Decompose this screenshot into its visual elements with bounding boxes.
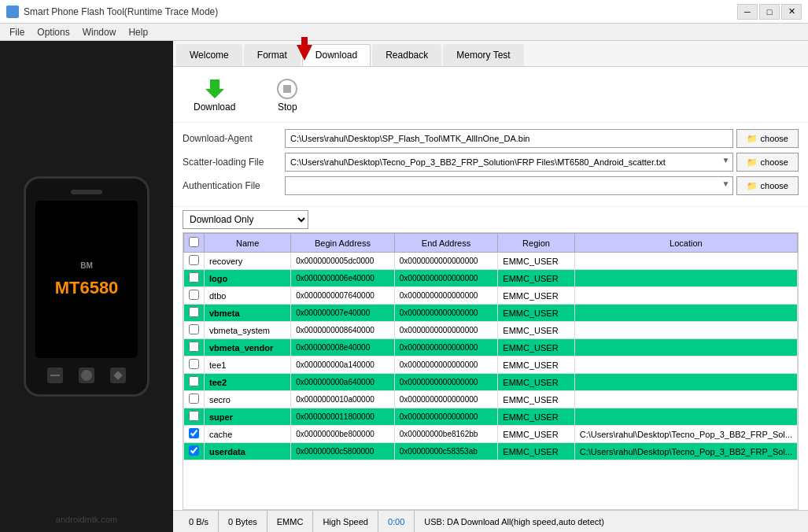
row-begin-addr: 0x0000000008640000 [291,322,395,339]
row-location [574,391,797,408]
row-end-addr: 0x00000000be8162bb [394,426,498,443]
row-location [574,305,797,322]
row-checkbox[interactable] [189,272,199,283]
scatter-input[interactable] [285,153,733,172]
row-checkbox[interactable] [189,393,199,404]
row-region: EMMC_USER [498,287,574,305]
table-row: userdata0x00000000c58000000x00000000c583… [184,443,798,460]
phone-buttons [47,368,126,383]
row-checkbox-cell [184,339,205,357]
stop-icon [275,76,300,102]
choose-auth-label: choose [761,181,788,190]
choose-agent-button[interactable]: 📁 choose [736,129,799,148]
row-checkbox-cell [184,391,205,408]
svg-marker-0 [297,37,312,61]
table-row: cache0x00000000be8000000x00000000be8162b… [184,426,798,443]
row-checkbox[interactable] [189,255,199,265]
mode-select[interactable]: Download Only Firmware Upgrade Format Al… [183,210,308,229]
row-checkbox[interactable] [189,307,199,317]
scatter-dropdown-arrow: ▼ [722,156,730,164]
row-location [574,253,797,270]
phone-panel: BM MT6580 androidmtk.com [0,41,173,532]
row-end-addr: 0x0000000000000000 [394,253,498,270]
content-panel: Welcome Format Download Readback Memory … [173,41,808,532]
stop-button[interactable]: Stop [267,73,308,116]
row-end-addr: 0x0000000000000000 [394,391,498,408]
phone-btn-center [79,368,94,383]
minimize-button[interactable]: ─ [737,4,758,20]
table-row: vbmeta0x000000007e400000x000000000000000… [184,305,798,322]
auth-label: Authentication File [183,180,285,191]
table-row: tee20x000000000a6400000x0000000000000000… [184,374,798,391]
row-begin-addr: 0x0000000010a00000 [291,391,395,408]
auth-input[interactable] [285,176,733,195]
download-icon [202,76,227,102]
menu-window[interactable]: Window [76,25,123,39]
red-arrow [295,37,314,71]
row-end-addr: 0x0000000000000000 [394,339,498,357]
phone-speaker [71,190,102,194]
row-checkbox-cell [184,408,205,426]
row-region: EMMC_USER [498,391,574,408]
choose-auth-button[interactable]: 📁 choose [736,176,799,195]
col-end: End Address [394,234,498,253]
menu-options[interactable]: Options [31,25,76,39]
download-agent-label: Download-Agent [183,133,285,144]
row-checkbox[interactable] [189,359,199,369]
row-location: C:\Users\rahul\Desktop\Tecno_Pop_3_BB2_F… [574,426,797,443]
row-checkbox-cell [184,357,205,374]
row-checkbox[interactable] [189,411,199,421]
row-region: EMMC_USER [498,443,574,460]
row-checkbox[interactable] [189,324,199,334]
tab-welcome[interactable]: Welcome [176,44,242,66]
status-storage: EMMC [267,511,314,532]
close-button[interactable]: ✕ [781,4,802,20]
row-location [574,270,797,287]
choose-scatter-label: choose [761,157,788,167]
col-checkbox [184,234,205,253]
main-layout: BM MT6580 androidmtk.com Wel [0,41,808,532]
choose-agent-label: choose [761,134,788,143]
menu-help[interactable]: Help [122,25,154,39]
row-region: EMMC_USER [498,322,574,339]
row-checkbox[interactable] [189,290,199,300]
table-scroll[interactable]: Name Begin Address End Address Region Lo… [183,233,798,509]
svg-rect-3 [283,85,291,93]
row-location [574,374,797,391]
row-checkbox[interactable] [189,428,199,438]
tab-memory-test[interactable]: Memory Test [443,44,523,66]
row-checkbox[interactable] [189,342,199,352]
row-checkbox-cell [184,426,205,443]
maximize-button[interactable]: □ [759,4,780,20]
download-button[interactable]: Download [186,73,243,116]
row-checkbox[interactable] [189,445,199,456]
status-time: 0:00 [378,511,415,532]
menu-bar: File Options Window Help [0,24,808,41]
menu-file[interactable]: File [3,25,31,39]
window-controls: ─ □ ✕ [737,4,802,20]
row-name: recovery [205,253,291,270]
col-name: Name [205,234,291,253]
tab-format[interactable]: Format [244,44,301,66]
select-all-checkbox[interactable] [189,237,199,247]
row-end-addr: 0x0000000000000000 [394,287,498,305]
title-bar: Smart Phone Flash Tool(Runtime Trace Mod… [0,0,808,24]
row-begin-addr: 0x000000007e40000 [291,305,395,322]
status-speed: 0 B/s [179,511,219,532]
row-end-addr: 0x0000000000000000 [394,408,498,426]
download-agent-input[interactable] [285,129,733,148]
table-row: logo0x0000000006e400000x0000000000000000… [184,270,798,287]
phone-display: BM MT6580 [55,261,119,298]
tab-readback[interactable]: Readback [372,44,441,66]
stop-label: Stop [278,102,297,113]
phone-brand-small: BM [55,261,119,270]
row-checkbox-cell [184,253,205,270]
download-agent-row: Download-Agent 📁 choose [183,129,799,148]
row-end-addr: 0x0000000000000000 [394,322,498,339]
row-name: vbmeta [205,305,291,322]
choose-scatter-button[interactable]: 📁 choose [736,153,799,172]
folder-icon-auth: 📁 [747,181,758,191]
row-checkbox[interactable] [189,376,199,386]
row-name: secro [205,391,291,408]
row-begin-addr: 0x000000008e40000 [291,339,395,357]
